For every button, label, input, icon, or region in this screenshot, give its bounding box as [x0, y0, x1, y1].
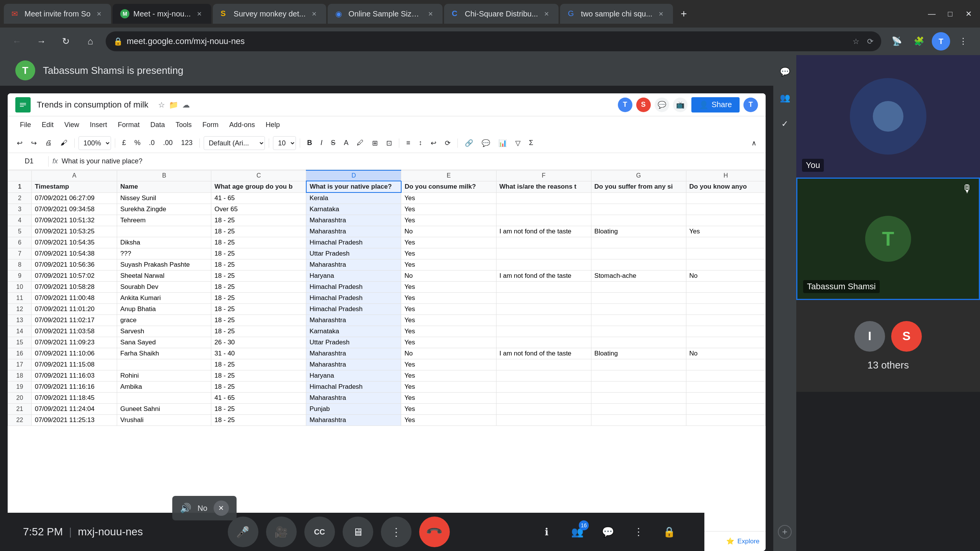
- share-button[interactable]: 👤 Share: [691, 97, 740, 112]
- table-cell[interactable]: 41 - 65: [211, 192, 306, 204]
- tab-close-survey[interactable]: ✕: [309, 9, 318, 18]
- table-cell[interactable]: 18 - 25: [211, 215, 306, 226]
- table-cell[interactable]: [591, 315, 686, 326]
- table-cell[interactable]: 07/09/2021 10:57:02: [32, 271, 117, 282]
- menu-view[interactable]: View: [60, 119, 84, 130]
- table-cell[interactable]: Punjab: [306, 404, 401, 415]
- redo-button[interactable]: ↪: [28, 136, 40, 150]
- table-cell[interactable]: [496, 393, 591, 404]
- table-cell[interactable]: 18 - 25: [211, 381, 306, 393]
- side-people-icon[interactable]: 👥: [776, 89, 794, 107]
- popup-mute-button[interactable]: ✕: [214, 500, 229, 516]
- table-cell[interactable]: Vrushali: [117, 415, 211, 426]
- table-cell[interactable]: [591, 293, 686, 304]
- merge-button[interactable]: ⊡: [383, 136, 395, 150]
- table-cell[interactable]: 18 - 25: [211, 370, 306, 381]
- table-cell[interactable]: 07/09/2021 11:03:58: [32, 326, 117, 337]
- forward-button[interactable]: →: [32, 32, 51, 51]
- table-cell[interactable]: 07/09/2021 10:56:36: [32, 259, 117, 271]
- table-cell[interactable]: Yes: [401, 293, 496, 304]
- table-cell[interactable]: Yes: [401, 215, 496, 226]
- table-cell[interactable]: [686, 315, 765, 326]
- table-cell[interactable]: [496, 326, 591, 337]
- table-cell[interactable]: [591, 204, 686, 215]
- bold-button[interactable]: B: [304, 136, 315, 150]
- table-cell[interactable]: [496, 315, 591, 326]
- font-size-select[interactable]: 10: [273, 136, 296, 150]
- table-cell[interactable]: [686, 282, 765, 293]
- strikethrough-button[interactable]: S: [328, 136, 338, 150]
- col-header-f[interactable]: F: [496, 170, 591, 181]
- video-tile-others[interactable]: I S 13 others: [796, 300, 980, 392]
- cell-d1[interactable]: What is your native place?: [306, 181, 401, 192]
- table-cell[interactable]: 18 - 25: [211, 282, 306, 293]
- menu-tools[interactable]: Tools: [171, 119, 196, 130]
- table-cell[interactable]: [686, 381, 765, 393]
- col-header-e[interactable]: E: [401, 170, 496, 181]
- tab-meet[interactable]: M Meet - mxj-nou... ✕: [113, 4, 211, 24]
- insert-link-button[interactable]: 🔗: [462, 136, 476, 150]
- tab-survey[interactable]: S Survey monkey det... ✕: [213, 4, 326, 24]
- table-cell[interactable]: 07/09/2021 11:01:20: [32, 304, 117, 315]
- table-cell[interactable]: Himachal Pradesh: [306, 237, 401, 248]
- table-cell[interactable]: 07/09/2021 11:09:23: [32, 337, 117, 348]
- tab-close-meet[interactable]: ✕: [194, 9, 204, 18]
- maximize-button[interactable]: □: [942, 6, 958, 21]
- table-cell[interactable]: [496, 304, 591, 315]
- col-header-b[interactable]: B: [117, 170, 211, 181]
- table-cell[interactable]: [591, 248, 686, 259]
- bookmark-icon[interactable]: ☆: [853, 37, 859, 46]
- table-cell[interactable]: [686, 215, 765, 226]
- table-cell[interactable]: [591, 393, 686, 404]
- insert-comment-button[interactable]: 💬: [479, 136, 493, 150]
- table-cell[interactable]: No: [401, 226, 496, 237]
- table-cell[interactable]: Karnataka: [306, 326, 401, 337]
- table-cell[interactable]: 18 - 25: [211, 415, 306, 426]
- table-cell[interactable]: Yes: [401, 315, 496, 326]
- hide-toolbar-button[interactable]: ∧: [748, 136, 760, 150]
- table-cell[interactable]: Yes: [401, 415, 496, 426]
- table-cell[interactable]: [496, 359, 591, 370]
- new-tab-button[interactable]: +: [675, 5, 693, 23]
- tab-close-chisquare[interactable]: ✕: [542, 9, 551, 18]
- side-check-icon[interactable]: ✓: [776, 115, 794, 133]
- more-options-meet-button[interactable]: ⋮: [381, 517, 412, 547]
- table-cell[interactable]: [496, 192, 591, 204]
- table-cell[interactable]: [686, 326, 765, 337]
- fill-color-button[interactable]: 🖊: [354, 136, 367, 150]
- table-cell[interactable]: 18 - 25: [211, 293, 306, 304]
- currency-button[interactable]: £: [119, 136, 129, 150]
- table-cell[interactable]: Yes: [401, 304, 496, 315]
- table-cell[interactable]: 07/09/2021 11:24:04: [32, 404, 117, 415]
- table-cell[interactable]: [496, 282, 591, 293]
- table-cell[interactable]: 18 - 25: [211, 271, 306, 282]
- table-cell[interactable]: Yes: [401, 259, 496, 271]
- format-123-button[interactable]: 123: [178, 136, 196, 150]
- tab-sample[interactable]: ◉ Online Sample Size ... ✕: [328, 4, 443, 24]
- table-cell[interactable]: [686, 248, 765, 259]
- table-cell[interactable]: Yes: [401, 192, 496, 204]
- table-cell[interactable]: Stomach-ache: [591, 271, 686, 282]
- address-bar[interactable]: 🔒 meet.google.com/mxj-nouu-nes ☆ ⟳: [106, 31, 881, 51]
- table-cell[interactable]: 07/09/2021 10:58:28: [32, 282, 117, 293]
- table-cell[interactable]: Yes: [401, 337, 496, 348]
- cell-g1[interactable]: Do you suffer from any si: [591, 181, 686, 192]
- table-cell[interactable]: Maharashtra: [306, 359, 401, 370]
- microphone-button[interactable]: 🎤: [228, 517, 258, 547]
- table-cell[interactable]: [496, 381, 591, 393]
- col-header-a[interactable]: A: [32, 170, 117, 181]
- table-cell[interactable]: 18 - 25: [211, 315, 306, 326]
- table-cell[interactable]: 07/09/2021 11:25:13: [32, 415, 117, 426]
- table-cell[interactable]: [686, 204, 765, 215]
- table-cell[interactable]: 07/09/2021 09:34:58: [32, 204, 117, 215]
- table-cell[interactable]: Yes: [401, 326, 496, 337]
- print-button[interactable]: 🖨: [42, 136, 55, 150]
- undo-button[interactable]: ↩: [14, 136, 26, 150]
- table-cell[interactable]: [591, 381, 686, 393]
- table-cell[interactable]: [686, 192, 765, 204]
- people-button[interactable]: 👥 16: [565, 520, 590, 544]
- tab-gmail[interactable]: ✉ Meet invite from So ✕: [4, 4, 111, 24]
- tab-chisquare[interactable]: C Chi-Square Distribu... ✕: [444, 4, 559, 24]
- table-cell[interactable]: 07/09/2021 10:54:35: [32, 237, 117, 248]
- table-cell[interactable]: [591, 404, 686, 415]
